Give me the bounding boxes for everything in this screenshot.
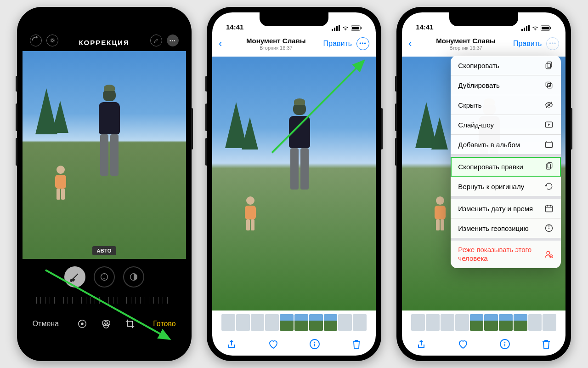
bottom-toolbar (402, 333, 565, 356)
signal-icon (332, 25, 340, 31)
svg-rect-35 (546, 63, 551, 69)
person-minus-icon (544, 250, 554, 259)
svg-point-7 (81, 322, 84, 325)
duplicate-icon (544, 80, 554, 90)
svg-point-21 (314, 342, 316, 343)
photo-view[interactable] (212, 57, 376, 310)
copy-icon (544, 61, 554, 70)
svg-rect-14 (334, 28, 335, 31)
nav-title: Монумент Славы Вторник 16:37 (232, 37, 320, 51)
svg-rect-43 (546, 164, 550, 169)
undo-button[interactable] (30, 34, 42, 46)
svg-rect-30 (550, 27, 551, 29)
phone-editor: КОРРЕКЦИЯ ••• АВТО +− Отмена (17, 7, 192, 361)
svg-rect-22 (314, 344, 315, 346)
menu-revert[interactable]: Вернуть к оригиналу (451, 177, 561, 199)
svg-rect-13 (332, 29, 333, 31)
markup-button[interactable] (150, 34, 162, 46)
nav-bar: ‹ Монумент Славы Вторник 16:37 Править •… (402, 33, 565, 55)
wifi-icon (342, 25, 349, 31)
more-button[interactable]: ••• (167, 34, 179, 46)
svg-rect-15 (336, 26, 338, 31)
thumbnail-strip[interactable] (402, 312, 565, 333)
nav-title: Монумент Славы Вторник 16:37 (422, 37, 509, 51)
menu-edit-location[interactable]: Изменить геопозицию (451, 218, 561, 241)
wifi-icon (531, 25, 539, 31)
info-button[interactable] (499, 339, 510, 350)
menu-copy[interactable]: Скопировать (451, 56, 561, 75)
svg-rect-34 (547, 62, 552, 68)
menu-hide[interactable]: Скрыть (451, 95, 561, 115)
svg-rect-42 (547, 141, 551, 143)
editor-photo: АВТО (23, 51, 186, 259)
menu-copy-edits[interactable]: Скопировать правки (451, 157, 561, 177)
thumbnail-strip[interactable] (212, 312, 376, 333)
svg-rect-44 (548, 163, 552, 168)
more-menu-button[interactable]: ••• (356, 37, 369, 50)
menu-feature-less[interactable]: Реже показывать этого человека (451, 241, 561, 268)
play-icon (544, 120, 554, 129)
delete-button[interactable] (541, 339, 552, 350)
info-button[interactable] (309, 339, 320, 350)
svg-point-1 (50, 38, 54, 42)
edit-button[interactable]: Править (513, 40, 542, 48)
brilliance-dial[interactable] (123, 266, 144, 288)
adjustment-slider[interactable] (23, 291, 186, 310)
svg-point-50 (548, 228, 550, 229)
svg-rect-19 (361, 27, 362, 29)
svg-rect-18 (352, 27, 359, 29)
svg-rect-29 (542, 27, 549, 29)
action-menu: Скопировать Дублировать Скрыть Слайд-шоу… (451, 56, 561, 268)
battery-icon (351, 25, 362, 31)
svg-point-0 (51, 40, 53, 42)
signal-icon (521, 25, 530, 31)
copy-edits-icon (544, 162, 554, 171)
battery-icon (541, 25, 552, 31)
menu-duplicate[interactable]: Дублировать (451, 75, 561, 95)
svg-rect-25 (524, 28, 525, 31)
svg-point-32 (504, 342, 505, 343)
svg-rect-24 (521, 29, 523, 31)
menu-add-album[interactable]: Добавить в альбом (451, 135, 561, 157)
svg-rect-16 (339, 25, 340, 31)
done-button[interactable]: Готово (153, 320, 175, 328)
bottom-toolbar (212, 333, 376, 356)
svg-rect-45 (546, 206, 553, 212)
adjustment-dials: +− (23, 259, 186, 291)
back-button[interactable]: ‹ (408, 38, 418, 50)
edit-button[interactable]: Править (323, 40, 352, 48)
adjust-tab[interactable] (77, 319, 87, 329)
more-menu-button[interactable]: ••• (546, 37, 559, 50)
favorite-button[interactable] (458, 339, 469, 350)
calendar-icon (544, 204, 554, 213)
svg-rect-41 (546, 142, 553, 148)
delete-button[interactable] (351, 339, 362, 350)
exposure-dial[interactable]: +− (94, 266, 115, 288)
share-button[interactable] (226, 339, 237, 350)
nav-bar: ‹ Монумент Славы Вторник 16:37 Править •… (212, 33, 376, 55)
crop-tab[interactable] (125, 319, 135, 329)
svg-rect-27 (528, 25, 530, 31)
svg-text:−: − (103, 276, 105, 281)
favorite-button[interactable] (268, 339, 279, 350)
back-button[interactable]: ‹ (219, 38, 229, 50)
auto-badge: АВТО (92, 246, 116, 255)
menu-edit-date[interactable]: Изменить дату и время (451, 199, 561, 218)
status-time: 14:41 (226, 23, 243, 31)
hide-icon (544, 100, 554, 109)
menu-slideshow[interactable]: Слайд-шоу (451, 115, 561, 135)
editor-bottombar: Отмена Готово (23, 310, 186, 338)
revert-icon (544, 182, 554, 191)
auto-dial[interactable] (64, 266, 85, 288)
live-button[interactable] (46, 34, 58, 46)
svg-rect-33 (504, 344, 505, 346)
svg-point-52 (547, 251, 550, 254)
share-button[interactable] (416, 339, 427, 350)
svg-rect-26 (526, 26, 527, 31)
editor-title: КОРРЕКЦИЯ (58, 39, 150, 46)
phone-menu: 14:41 ‹ Монумент Славы Вторник 16:37 Пра… (396, 7, 571, 361)
cancel-button[interactable]: Отмена (33, 320, 59, 328)
location-icon (544, 224, 554, 233)
filters-tab[interactable] (101, 319, 111, 329)
status-time: 14:41 (416, 23, 433, 31)
